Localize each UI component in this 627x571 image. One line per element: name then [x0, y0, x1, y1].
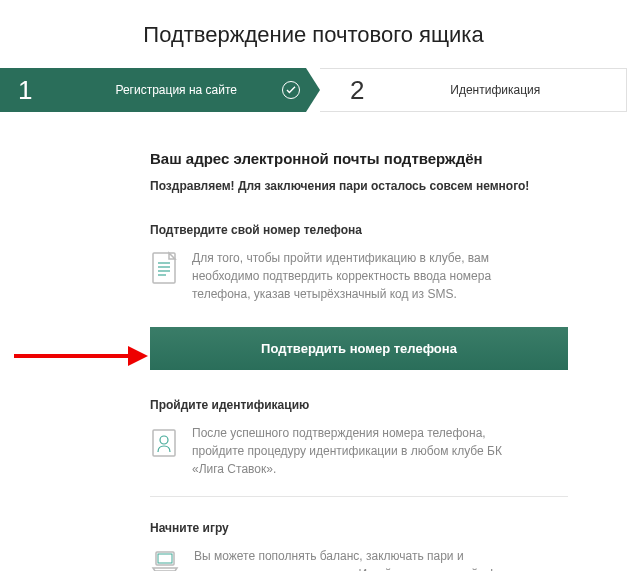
- step-registration: 1 Регистрация на сайте: [0, 68, 320, 112]
- step-identification: 2 Идентификация: [320, 68, 627, 112]
- svg-rect-5: [153, 430, 175, 456]
- svg-rect-8: [158, 554, 172, 563]
- section-identify-title: Пройдите идентификацию: [150, 398, 580, 412]
- laptop-icon: [150, 549, 180, 571]
- progress-steps: 1 Регистрация на сайте 2 Идентификация: [0, 68, 627, 112]
- confirm-phone-button[interactable]: Подтвердить номер телефона: [150, 327, 568, 370]
- step-2-label: Идентификация: [364, 83, 626, 97]
- section-phone-title: Подтвердите свой номер телефона: [150, 223, 580, 237]
- document-icon: [150, 251, 178, 283]
- section-play-title: Начните игру: [150, 521, 580, 535]
- main-heading: Ваш адрес электронной почты подтверждён: [150, 150, 580, 167]
- section-confirm-phone: Подтвердите свой номер телефона Для того…: [150, 223, 580, 303]
- content-area: Ваш адрес электронной почты подтверждён …: [0, 112, 580, 571]
- divider: [150, 496, 568, 497]
- checkmark-icon: [282, 81, 300, 99]
- step-1-number: 1: [18, 75, 32, 106]
- main-subheading: Поздравляем! Для заключения пари осталос…: [150, 179, 580, 193]
- svg-point-6: [160, 436, 168, 444]
- section-phone-text: Для того, чтобы пройти идентификацию в к…: [192, 249, 532, 303]
- section-play-text: Вы можете пополнять баланс, заключать па…: [194, 547, 534, 571]
- step-1-label: Регистрация на сайте: [32, 83, 320, 97]
- id-card-icon: [150, 426, 178, 458]
- section-identify: Пройдите идентификацию После успешного п…: [150, 398, 580, 497]
- page-title: Подтверждение почтового ящика: [0, 0, 627, 68]
- step-2-number: 2: [350, 75, 364, 106]
- section-identify-text: После успешного подтверждения номера тел…: [192, 424, 532, 478]
- section-play: Начните игру Вы можете пополнять баланс,…: [150, 521, 580, 571]
